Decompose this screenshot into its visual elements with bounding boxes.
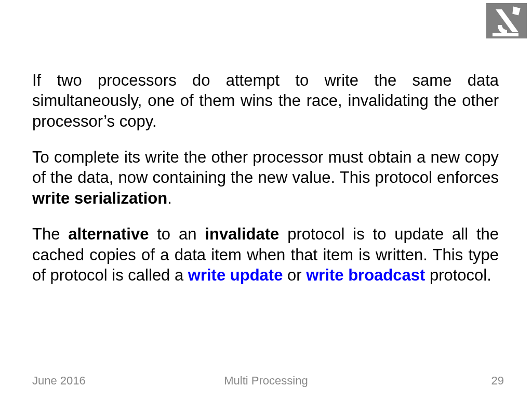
aleph-logo-icon (486, 3, 527, 38)
paragraph-1: If two processors do attempt to write th… (32, 70, 499, 131)
footer-title: Multi Processing (0, 374, 532, 388)
footer-area: June 2016 Multi Processing 29 (0, 372, 532, 388)
paragraph-3: The alternative to an invalidate protoco… (32, 224, 499, 285)
footer-page-number: 29 (491, 374, 504, 388)
paragraph-3-text-4: or (283, 266, 306, 284)
paragraph-2-text-1: To complete its write the other processo… (32, 148, 499, 187)
paragraph-3-blue-2: write broadcast (306, 266, 425, 284)
paragraph-2-text-2: . (167, 189, 172, 207)
svg-rect-1 (493, 33, 518, 36)
paragraph-2: To complete its write the other processo… (32, 147, 499, 208)
slide-container: If two processors do attempt to write th… (0, 0, 532, 399)
paragraph-3-blue-1: write update (188, 266, 283, 284)
paragraph-1-text: If two processors do attempt to write th… (32, 71, 499, 130)
paragraph-2-bold-1: write serialization (32, 189, 167, 207)
paragraph-3-text-1: The (32, 225, 68, 243)
paragraph-3-bold-2: invalidate (205, 225, 279, 243)
paragraph-3-text-5: protocol. (425, 266, 491, 284)
paragraph-3-text-2: to an (149, 225, 205, 243)
body-text-area: If two processors do attempt to write th… (32, 70, 499, 285)
paragraph-3-bold-1: alternative (68, 225, 149, 243)
